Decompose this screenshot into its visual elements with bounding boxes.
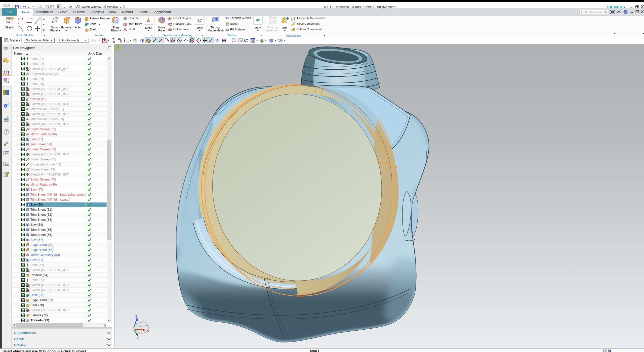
svg-text:?: ? xyxy=(625,10,626,14)
svg-text:Z: Z xyxy=(135,315,137,318)
svg-text:i: i xyxy=(5,105,6,108)
svg-text:Y: Y xyxy=(136,336,139,340)
svg-text:X: X xyxy=(146,329,149,332)
